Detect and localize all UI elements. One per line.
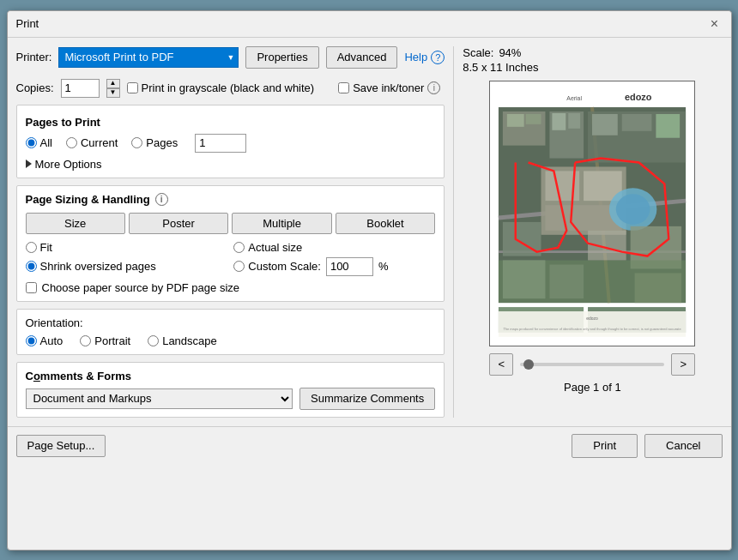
pages-radio[interactable] (131, 137, 142, 148)
pages-label: Pages (146, 136, 178, 149)
print-dialog: Print × Printer: Microsoft Print to PDF … (7, 10, 732, 551)
comments-select[interactable]: Document and Markups Document Document a… (26, 388, 293, 409)
orientation-section: Orientation: Auto Portrait Landscape (16, 309, 445, 355)
portrait-radio[interactable] (80, 335, 91, 346)
custom-scale-radio-label[interactable]: Custom Scale: (233, 260, 321, 273)
properties-button[interactable]: Properties (245, 46, 318, 69)
title-bar: Print × (8, 11, 731, 38)
preview-nav: < > (489, 353, 695, 376)
sizing-tabs: Size Poster Multiple Booklet (26, 213, 436, 234)
copies-down[interactable]: ▼ (106, 88, 120, 98)
svg-rect-15 (622, 113, 652, 130)
portrait-radio-label[interactable]: Portrait (80, 334, 130, 347)
printer-select[interactable]: Microsoft Print to PDF (58, 47, 239, 68)
right-panel: Scale: 94% 8.5 x 11 Inches edozo Aerial (453, 46, 722, 418)
more-options[interactable]: More Options (26, 158, 436, 171)
current-radio-label[interactable]: Current (66, 136, 118, 149)
current-radio[interactable] (66, 137, 77, 148)
pages-radio-row: All Current Pages (26, 134, 436, 153)
fit-radio[interactable] (26, 242, 37, 253)
svg-point-22 (616, 194, 650, 225)
more-options-arrow (26, 160, 32, 168)
comments-row: Document and Markups Document Document a… (26, 388, 436, 410)
actual-size-radio[interactable] (233, 242, 245, 253)
prev-page-button[interactable]: < (489, 353, 513, 376)
next-page-button[interactable]: > (671, 353, 695, 376)
svg-text:The maps produced for convenie: The maps produced for convenience of ide… (504, 326, 682, 330)
dialog-title: Print (16, 17, 39, 30)
pages-input[interactable] (195, 134, 246, 153)
page-size-info: 8.5 x 11 Inches (463, 61, 538, 74)
pages-radio-label[interactable]: Pages (131, 136, 178, 149)
landscape-radio-label[interactable]: Landscape (148, 334, 217, 347)
auto-radio-label[interactable]: Auto (26, 334, 64, 347)
paper-source-row: Choose paper source by PDF page size (26, 281, 436, 294)
svg-rect-9 (526, 113, 541, 123)
all-label: All (40, 136, 52, 149)
help-icon[interactable]: ? (431, 51, 445, 64)
copies-up[interactable]: ▲ (106, 79, 120, 88)
shrink-radio[interactable] (26, 261, 37, 272)
sizing-info-icon[interactable]: i (155, 193, 168, 206)
all-radio-label[interactable]: All (26, 136, 52, 149)
auto-radio[interactable] (26, 335, 37, 346)
svg-rect-29 (499, 260, 686, 303)
more-options-label: More Options (35, 158, 102, 171)
svg-rect-14 (592, 113, 618, 135)
fit-radio-label[interactable]: Fit (26, 241, 227, 254)
grayscale-label: Print in grayscale (black and white) (142, 81, 315, 94)
sizing-header: Page Sizing & Handling i (26, 193, 436, 206)
left-panel: Printer: Microsoft Print to PDF Properti… (16, 46, 445, 418)
svg-rect-32 (499, 311, 686, 337)
bottom-bar: Page Setup... Print Cancel (8, 426, 731, 465)
save-ink-info-icon[interactable]: i (427, 81, 440, 94)
sizing-options: Fit Actual size Shrink oversized pages C… (26, 241, 436, 276)
comments-section: Comments & Forms Document and Markups Do… (16, 362, 445, 418)
paper-source-checkbox[interactable] (26, 282, 37, 293)
custom-scale-radio[interactable] (233, 261, 245, 272)
copies-label: Copies: (16, 81, 54, 94)
svg-text:edozo: edozo (587, 316, 599, 320)
copies-row: Copies: ▲ ▼ Print in grayscale (black an… (16, 79, 445, 98)
multiple-tab[interactable]: Multiple (232, 213, 331, 234)
booklet-tab[interactable]: Booklet (336, 213, 435, 234)
printer-select-wrap: Microsoft Print to PDF (58, 47, 239, 68)
custom-scale-row: Custom Scale: % (233, 257, 435, 276)
save-ink-checkbox[interactable] (338, 82, 349, 93)
shrink-label: Shrink oversized pages (40, 260, 156, 273)
auto-label: Auto (40, 334, 64, 347)
actual-size-radio-label[interactable]: Actual size (233, 241, 435, 254)
help-link[interactable]: Help (404, 51, 427, 63)
page-slider[interactable] (520, 363, 664, 366)
close-button[interactable]: × (707, 16, 723, 32)
svg-rect-8 (507, 113, 524, 126)
preview-svg: edozo Aerial (490, 81, 694, 346)
sizing-section: Page Sizing & Handling i Size Poster Mul… (16, 185, 445, 302)
copies-input[interactable] (61, 79, 100, 98)
pages-header: Pages to Print (26, 116, 436, 129)
all-radio[interactable] (26, 137, 37, 148)
scale-row: Scale: 94% (463, 46, 521, 59)
page-setup-button[interactable]: Page Setup... (16, 435, 106, 457)
summarize-button[interactable]: Summarize Comments (299, 388, 435, 410)
cancel-button[interactable]: Cancel (644, 434, 722, 458)
print-cancel-buttons: Print Cancel (572, 434, 722, 458)
printer-label: Printer: (16, 51, 52, 63)
comments-header: Comments & Forms (26, 370, 436, 382)
landscape-radio[interactable] (148, 335, 159, 346)
custom-scale-input[interactable] (326, 257, 373, 276)
advanced-button[interactable]: Advanced (326, 46, 398, 69)
svg-rect-16 (656, 113, 681, 137)
shrink-radio-label[interactable]: Shrink oversized pages (26, 257, 227, 276)
svg-rect-12 (569, 112, 581, 128)
current-label: Current (81, 136, 118, 149)
print-button[interactable]: Print (572, 434, 638, 458)
actual-size-label: Actual size (248, 241, 302, 254)
custom-scale-label: Custom Scale: (248, 260, 321, 273)
page-counter: Page 1 of 1 (564, 381, 621, 394)
size-tab[interactable]: Size (26, 213, 125, 234)
grayscale-checkbox[interactable] (127, 82, 138, 93)
poster-tab[interactable]: Poster (129, 213, 228, 234)
orientation-row: Auto Portrait Landscape (26, 334, 436, 347)
preview-container: edozo Aerial (489, 81, 695, 346)
